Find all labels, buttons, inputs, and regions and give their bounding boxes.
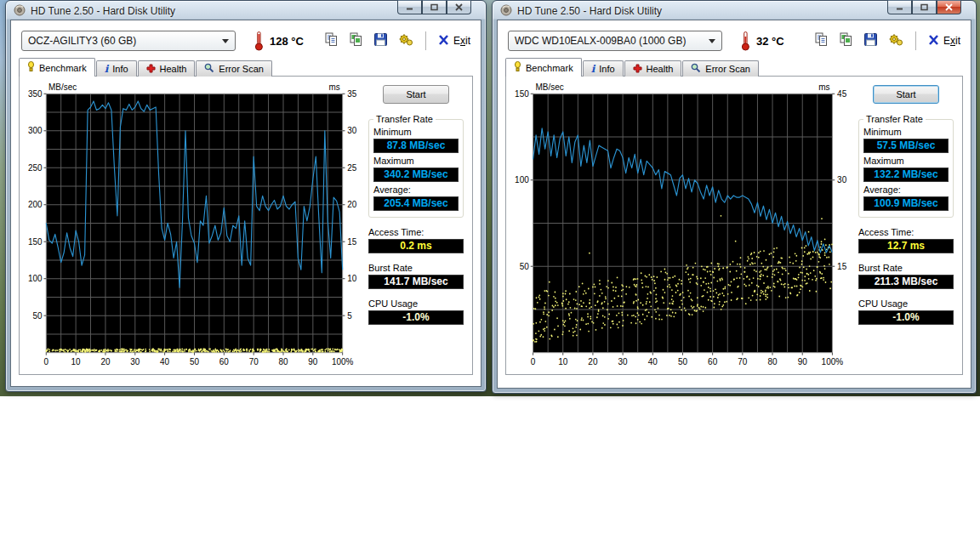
access-time-label: Access Time: <box>368 227 464 237</box>
benchmark-chart: 501001501530450102030405060708090100%MB/… <box>508 80 857 369</box>
maximum-label: Maximum <box>863 156 949 166</box>
average-label: Average: <box>863 185 949 195</box>
window-title: HD Tune 2.50 - Hard Disk Utility <box>31 5 175 17</box>
tab-error-scan[interactable]: Error Scan <box>682 60 759 77</box>
minimum-label: Minimum <box>373 127 459 137</box>
svg-text:20: 20 <box>347 200 356 209</box>
toolbar: WDC WD10EALX-009BA0 (1000 GB) 32 °C Exit <box>498 28 971 58</box>
svg-text:350: 350 <box>28 89 43 99</box>
toolbar-separator <box>915 31 916 50</box>
benchmark-chart: 5010015020025030035051015202530350102030… <box>21 80 367 369</box>
minimum-value: 57.5 MB/sec <box>863 139 949 153</box>
svg-text:0: 0 <box>44 357 49 366</box>
tab-label: Info <box>599 64 614 74</box>
svg-text:5: 5 <box>347 310 352 320</box>
error-scan-icon <box>691 63 701 75</box>
benchmark-icon <box>27 61 35 74</box>
toolbar-separator <box>425 31 426 50</box>
transfer-rate-legend: Transfer Rate <box>863 114 926 124</box>
hdtune-window-right: HD Tune 2.50 - Hard Disk Utility WDC WD1… <box>492 0 977 394</box>
tab-label: Info <box>112 64 128 74</box>
svg-text:100%: 100% <box>332 357 353 366</box>
start-button[interactable]: Start <box>873 85 939 104</box>
maximize-button[interactable] <box>912 0 937 14</box>
toolbar-icons: Exit <box>814 31 960 50</box>
svg-text:10: 10 <box>347 274 356 283</box>
minimize-button[interactable] <box>887 0 912 14</box>
svg-text:70: 70 <box>738 357 747 366</box>
tab-health[interactable]: Health <box>138 60 196 77</box>
svg-text:50: 50 <box>678 357 687 366</box>
svg-text:20: 20 <box>100 357 110 366</box>
tab-benchmark[interactable]: Benchmark <box>19 58 95 77</box>
copy-image-icon[interactable] <box>349 32 363 50</box>
tab-info[interactable]: i Info <box>583 60 624 77</box>
burst-rate-value: 141.7 MB/sec <box>368 275 464 289</box>
maximum-value: 340.2 MB/sec <box>373 168 459 182</box>
tab-benchmark[interactable]: Benchmark <box>505 58 582 77</box>
titlebar[interactable]: HD Tune 2.50 - Hard Disk Utility <box>10 1 481 20</box>
svg-text:90: 90 <box>798 357 807 366</box>
app-icon <box>500 4 512 19</box>
toolbar-icons: Exit <box>324 31 470 50</box>
start-button[interactable]: Start <box>383 85 449 104</box>
svg-text:100: 100 <box>28 274 43 283</box>
copy-text-icon[interactable] <box>814 32 829 50</box>
exit-button[interactable]: Exit <box>928 35 960 48</box>
svg-text:90: 90 <box>308 357 317 366</box>
tab-label: Error Scan <box>219 64 264 74</box>
save-icon[interactable] <box>863 32 878 50</box>
svg-text:100%: 100% <box>822 357 844 366</box>
svg-text:300: 300 <box>28 126 43 135</box>
options-icon[interactable] <box>398 32 413 50</box>
transfer-rate-legend: Transfer Rate <box>373 114 436 124</box>
maximize-button[interactable] <box>422 0 447 14</box>
svg-text:15: 15 <box>837 261 846 270</box>
access-time-value: 12.7 ms <box>858 239 954 253</box>
cpu-usage-value: -1.0% <box>368 310 464 325</box>
svg-text:10: 10 <box>71 357 81 366</box>
exit-button[interactable]: Exit <box>438 35 470 48</box>
tab-label: Health <box>647 64 674 74</box>
window-title: HD Tune 2.50 - Hard Disk Utility <box>517 5 662 17</box>
close-button[interactable] <box>937 0 961 14</box>
svg-text:50: 50 <box>190 357 199 366</box>
drive-select[interactable]: OCZ-AGILITY3 (60 GB) <box>21 31 236 51</box>
app-icon <box>14 4 26 19</box>
svg-text:25: 25 <box>347 162 356 172</box>
drive-select[interactable]: WDC WD10EALX-009BA0 (1000 GB) <box>508 31 722 51</box>
titlebar[interactable]: HD Tune 2.50 - Hard Disk Utility <box>497 1 971 20</box>
cpu-usage-label: CPU Usage <box>858 298 954 309</box>
close-button[interactable] <box>447 0 471 14</box>
average-value: 100.9 MB/sec <box>863 196 949 211</box>
tab-label: Benchmark <box>526 63 573 73</box>
save-icon[interactable] <box>373 32 388 50</box>
tab-bar: Benchmark i Info Health Error Scan <box>19 58 473 77</box>
svg-text:80: 80 <box>278 357 288 366</box>
tab-health[interactable]: Health <box>624 60 682 77</box>
svg-text:ms: ms <box>818 82 829 92</box>
copy-image-icon[interactable] <box>839 32 853 50</box>
temperature-value: 128 °C <box>270 35 304 48</box>
chevron-down-icon <box>709 39 715 47</box>
hdtune-window-left: HD Tune 2.50 - Hard Disk Utility OCZ-AGI… <box>5 0 487 392</box>
benchmark-panel: 5010015020025030035051015202530350102030… <box>19 76 473 375</box>
caption-buttons <box>887 0 961 14</box>
svg-text:45: 45 <box>837 89 846 99</box>
exit-label: Exit <box>453 35 470 47</box>
svg-text:20: 20 <box>588 357 597 366</box>
burst-rate-label: Burst Rate <box>368 263 464 273</box>
tab-error-scan[interactable]: Error Scan <box>196 60 272 77</box>
tab-label: Benchmark <box>39 63 87 73</box>
minimize-button[interactable] <box>397 0 422 14</box>
copy-text-icon[interactable] <box>324 32 339 50</box>
toolbar: OCZ-AGILITY3 (60 GB) 128 °C Exit <box>11 28 481 58</box>
svg-text:250: 250 <box>28 162 43 172</box>
options-icon[interactable] <box>888 32 903 50</box>
tab-info[interactable]: i Info <box>96 60 137 77</box>
info-icon: i <box>591 65 595 73</box>
exit-label: Exit <box>943 35 960 47</box>
health-icon <box>146 64 156 75</box>
access-time-label: Access Time: <box>858 227 954 237</box>
svg-text:200: 200 <box>28 200 43 209</box>
